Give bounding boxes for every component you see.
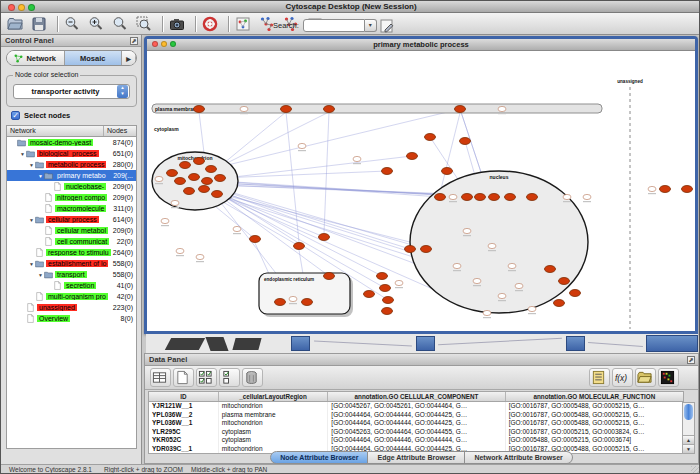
table-cell[interactable]: mitochondrion	[219, 419, 329, 428]
tab-overflow-arrow[interactable]: ▶	[122, 51, 136, 65]
table-row[interactable]: YKR052Ccytoplasm[GO:0044464, GO:0044446,…	[149, 436, 683, 445]
attr-list-icon[interactable]	[589, 368, 610, 387]
expand-arrow-icon[interactable]: ▼	[37, 173, 44, 179]
graph-node-outline[interactable]	[155, 176, 163, 181]
graph-node-outline[interactable]	[453, 263, 461, 268]
select-nodes-checkbox[interactable]: ✓	[11, 111, 20, 120]
graph-node[interactable]	[324, 106, 335, 113]
tree-row[interactable]: cell communicat22(0)	[7, 236, 136, 247]
scrollbar-thumb[interactable]	[684, 404, 693, 420]
graph-node-outline[interactable]	[161, 218, 169, 223]
column-header[interactable]: ID	[149, 392, 219, 401]
graph-node[interactable]	[275, 299, 286, 306]
graph-node-outline[interactable]	[498, 106, 506, 111]
graph-node-outline[interactable]	[583, 194, 591, 199]
column-header[interactable]: annotation.GO CELLULAR_COMPONENT	[328, 392, 505, 401]
tree-row[interactable]: response to stimulu264(0)	[7, 247, 136, 258]
table-cell[interactable]: cytoplasm	[219, 436, 329, 445]
zoom-fit-icon[interactable]	[111, 15, 133, 34]
graph-node[interactable]	[324, 273, 335, 280]
graph-node[interactable]	[206, 166, 217, 173]
graph-node[interactable]	[527, 194, 538, 201]
table-cell[interactable]: [GO:0044464, GO:0044444, GO:0044425, G…	[328, 419, 505, 428]
graph-node[interactable]	[202, 178, 213, 185]
trash-icon[interactable]	[242, 368, 263, 387]
graph-node[interactable]	[212, 191, 223, 198]
graph-node-outline[interactable]	[648, 186, 656, 191]
graph-node[interactable]	[364, 291, 375, 298]
graph-node-outline[interactable]	[353, 156, 361, 161]
network-canvas[interactable]: plasma membranecytoplasmmitochondrionnuc…	[147, 51, 695, 331]
graph-node-outline[interactable]	[298, 143, 306, 148]
zoom-selected-icon[interactable]	[135, 15, 157, 34]
graph-node[interactable]	[319, 234, 330, 241]
tree-row[interactable]: macromolecule311(0)	[7, 203, 136, 214]
graph-node[interactable]	[189, 174, 200, 181]
help-icon[interactable]	[201, 15, 223, 34]
graph-node[interactable]	[302, 299, 313, 306]
graph-node[interactable]	[660, 186, 671, 193]
graph-node-outline[interactable]	[515, 283, 523, 288]
table-cell[interactable]: [GO:0045267, GO:0045261, GO:0044464, G…	[328, 402, 505, 411]
graph-node[interactable]	[559, 278, 570, 285]
table-cell[interactable]: plasma membrane	[219, 411, 329, 420]
tree-row[interactable]: nucleobase-209(0)	[7, 181, 136, 192]
snapshot-icon[interactable]	[168, 15, 190, 34]
tree-row[interactable]: ▼transport558(0)	[7, 269, 136, 280]
import-icon[interactable]	[635, 368, 656, 387]
graph-node[interactable]	[545, 266, 556, 273]
tab-network[interactable]: Network	[7, 51, 65, 65]
table-row[interactable]: YPL036W__1mitochondrion[GO:0044464, GO:0…	[149, 419, 683, 428]
tree-row[interactable]: unassigned223(0)	[7, 302, 136, 313]
open-icon[interactable]	[6, 15, 28, 34]
table-cell[interactable]: YPL036W__1	[149, 419, 219, 428]
table-scrollbar[interactable]: ▲ ▼	[682, 402, 695, 454]
resize-grip[interactable]	[691, 466, 700, 474]
tree-row[interactable]: ▼establishment of lo558(0)	[7, 258, 136, 269]
unselect-attrs-icon[interactable]	[219, 368, 240, 387]
graph-node[interactable]	[489, 194, 500, 201]
save-icon[interactable]	[30, 15, 52, 34]
expand-arrow-icon[interactable]: ▼	[28, 217, 35, 223]
scroll-up-icon[interactable]: ▲	[683, 435, 694, 444]
tree-row[interactable]: mosaic-demo-yeast874(0)	[7, 137, 136, 148]
zoom-in-icon[interactable]	[87, 15, 109, 34]
graph-node-outline[interactable]	[196, 254, 204, 259]
graph-node[interactable]	[382, 308, 393, 315]
table-cell[interactable]: [GO:0005488, GO:0005215, GO:0003674]	[506, 436, 683, 445]
table-cell[interactable]: [GO:0016787, GO:0005215, GO:0003824, G…	[506, 428, 683, 437]
tree-row[interactable]: ▼cellular process614(0)	[7, 214, 136, 225]
graph-node[interactable]	[175, 178, 186, 185]
graph-node[interactable]	[405, 246, 416, 253]
node-color-dropdown[interactable]: transporter activity ▲▼	[13, 84, 130, 99]
graph-node[interactable]	[455, 106, 466, 113]
graph-node-outline[interactable]	[449, 194, 457, 199]
graph-node-outline[interactable]	[171, 200, 179, 205]
graph-node[interactable]	[682, 186, 693, 193]
matrix-icon[interactable]	[658, 368, 679, 387]
table-cell[interactable]: [GO:0044464, GO:0044444, GO:0044425, G…	[328, 411, 505, 420]
tree-row[interactable]: ▼biological_process651(0)	[7, 148, 136, 159]
graph-node[interactable]	[475, 194, 486, 201]
graph-node[interactable]	[442, 168, 453, 175]
tab-edge-attribute-browser[interactable]: Edge Attribute Browser	[368, 451, 465, 464]
search-config-icon[interactable]	[378, 16, 400, 35]
graph-node[interactable]	[380, 285, 391, 292]
new-attr-icon[interactable]	[173, 368, 194, 387]
graph-node-outline[interactable]	[176, 248, 184, 253]
graph-node[interactable]	[180, 162, 191, 169]
graph-node[interactable]	[377, 273, 388, 280]
expand-arrow-icon[interactable]: ▼	[19, 151, 26, 157]
graph-node-outline[interactable]	[563, 194, 571, 199]
tab-mosaic[interactable]: Mosaic	[65, 51, 123, 65]
graph-node[interactable]	[425, 134, 436, 141]
zoom-out-icon[interactable]	[63, 15, 85, 34]
select-attrs-icon[interactable]	[196, 368, 217, 387]
tree-row[interactable]: multi-organism pro42(0)	[7, 291, 136, 302]
table-cell[interactable]: [GO:0016787, GO:0005488, GO:0005215, G…	[506, 419, 683, 428]
graph-node[interactable]	[194, 158, 205, 165]
tab-node-attribute-browser[interactable]: Node Attribute Browser	[270, 451, 368, 464]
expand-arrow-icon[interactable]: ▼	[37, 272, 44, 278]
search-input[interactable]	[303, 19, 365, 32]
graph-node[interactable]	[435, 194, 446, 201]
